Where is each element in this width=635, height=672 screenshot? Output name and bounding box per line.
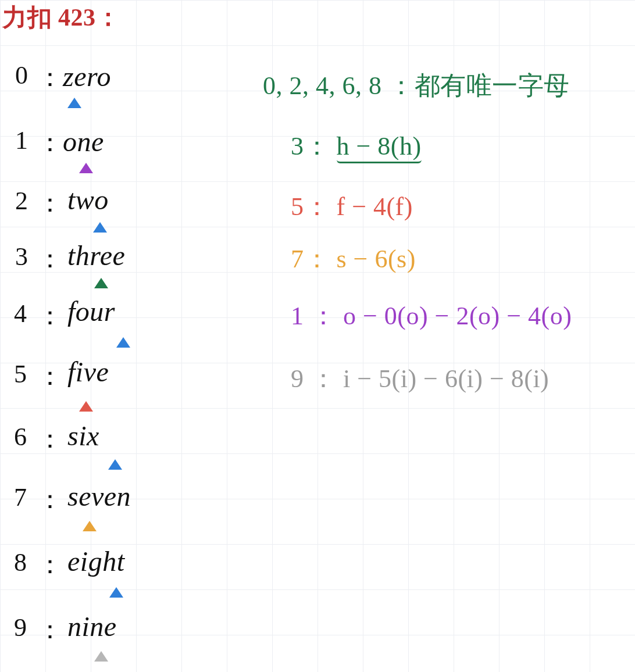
colon-7: ： [37,482,63,517]
note-one: 1 ： o − 0(o) − 2(o) − 4(o) [291,299,572,333]
notebook-page: { "title": "力扣 423：", "leftColumn": [ {"… [0,0,635,672]
colon-0: ： [37,60,63,95]
marker-seven-icon [83,521,97,531]
word-nine: nine [67,610,117,642]
colon-9: ： [37,613,63,647]
colon-6: ： [37,422,63,456]
page-title: 力扣 423： [2,1,120,34]
note-seven: 7： s − 6(s) [291,242,416,276]
colon-3: ： [37,242,63,276]
marker-six-icon [108,459,122,470]
colon-2: ： [37,186,63,220]
digit-6-label: 6 [14,422,27,452]
note-nine: 9 ： i − 5(i) − 6(i) − 8(i) [291,362,549,396]
marker-three-icon [94,278,108,288]
word-five: five [67,356,109,388]
digit-8-label: 8 [14,548,27,577]
colon-4: ： [37,299,63,333]
word-three: three [67,240,125,271]
digit-3-label: 3 [15,242,28,271]
marker-four-icon [116,337,130,348]
word-one: one [63,126,104,158]
word-six: six [67,420,99,452]
colon-5: ： [37,359,63,394]
digit-5-label: 5 [14,359,27,389]
digit-4-label: 4 [14,299,27,328]
note-five: 5： f − 4(f) [291,190,413,224]
word-seven: seven [67,480,131,512]
marker-nine-icon [94,651,108,662]
colon-8: ： [37,548,63,582]
digit-2-label: 2 [15,186,28,216]
digit-7-label: 7 [14,482,27,512]
word-four: four [67,295,115,327]
word-zero: zero [63,60,111,92]
note-three-formula: h − 8(h) [337,132,422,163]
digit-0-label: 0 [15,60,28,90]
note-three: 3： h − 8(h) [291,129,422,163]
marker-eight-icon [109,587,123,598]
note-three-label: 3： [291,132,330,160]
marker-five-icon [79,401,93,412]
colon-1: ： [37,126,63,160]
marker-two-icon [93,222,107,233]
marker-zero-icon [67,98,81,108]
word-two: two [67,184,109,216]
marker-one-icon [79,163,93,173]
word-eight: eight [67,545,124,577]
digit-1-label: 1 [15,126,28,155]
digit-9-label: 9 [14,613,27,642]
note-unique-letters: 0, 2, 4, 6, 8 ：都有唯一字母 [263,69,570,103]
